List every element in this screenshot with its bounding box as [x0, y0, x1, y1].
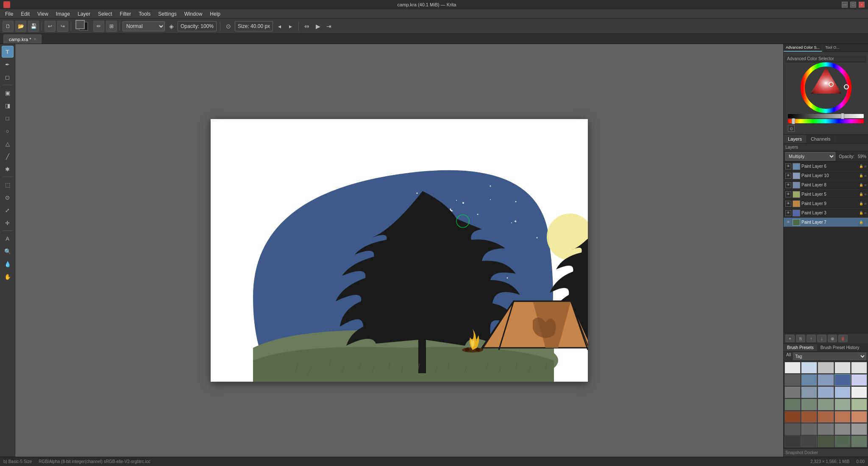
menu-layer[interactable]: Layer: [74, 10, 94, 18]
minimize-button[interactable]: —: [842, 2, 848, 8]
layer-visibility-toggle-3[interactable]: 👁: [785, 210, 791, 216]
play-btn[interactable]: ▶: [313, 22, 323, 31]
path-tool[interactable]: ✱: [2, 163, 14, 175]
tab-close-icon[interactable]: ×: [34, 37, 36, 42]
brush-item-19[interactable]: [835, 399, 851, 411]
brush-item-12[interactable]: [801, 386, 817, 398]
color-wheel[interactable]: [801, 62, 851, 113]
add-layer-button[interactable]: +: [785, 335, 795, 342]
brush-item-21[interactable]: [785, 411, 801, 423]
mirror-h-icon[interactable]: ⇔: [302, 22, 312, 31]
delete-layer-button[interactable]: 🗑: [838, 335, 848, 342]
size-value[interactable]: Size: 40.00 px: [235, 21, 273, 31]
brush-item-28[interactable]: [818, 423, 834, 435]
hand-tool[interactable]: ✋: [2, 271, 14, 283]
blend-mode-select[interactable]: Normal: [122, 21, 165, 31]
close-button[interactable]: ×: [859, 2, 865, 8]
grid-toggle[interactable]: ⊞: [106, 21, 117, 32]
layer-blend-mode-select[interactable]: Multiply: [785, 152, 835, 161]
menu-help[interactable]: Help: [206, 10, 224, 18]
brush-item-15[interactable]: [851, 386, 867, 398]
layer-visibility-toggle-7[interactable]: 👁: [785, 219, 791, 225]
transform-tool[interactable]: ⤢: [2, 204, 14, 216]
gradient-tool[interactable]: ◨: [2, 100, 14, 111]
eraser-tool[interactable]: ◻: [2, 71, 14, 83]
save-button[interactable]: 💾: [28, 21, 39, 32]
menu-edit[interactable]: Edit: [17, 10, 33, 18]
brush-item-26[interactable]: [785, 423, 801, 435]
maximize-button[interactable]: □: [850, 2, 856, 8]
value-slider-handle[interactable]: [841, 113, 844, 119]
brush-tag-select[interactable]: Tag: [793, 352, 866, 360]
brush-item-33[interactable]: [818, 435, 834, 447]
brush-item-23[interactable]: [818, 411, 834, 423]
brush-item-8[interactable]: [818, 374, 834, 386]
menu-settings[interactable]: Settings: [155, 10, 180, 18]
another-btn[interactable]: ⇥: [324, 22, 334, 31]
brush-item-6[interactable]: [785, 374, 801, 386]
brush-item-22[interactable]: [801, 411, 817, 423]
select-lasso-tool[interactable]: ⊙: [2, 191, 14, 203]
layer-row-paint9[interactable]: 👁 Paint Layer 9 🔒 α: [784, 199, 868, 208]
brush-item-7[interactable]: [801, 374, 817, 386]
ellipse-tool[interactable]: ○: [2, 125, 14, 137]
menu-file[interactable]: File: [2, 10, 17, 18]
layer-visibility-toggle-5[interactable]: 👁: [785, 191, 791, 197]
undo-button[interactable]: ↩: [45, 21, 56, 32]
menu-view[interactable]: View: [34, 10, 52, 18]
zoom-tool[interactable]: 🔍: [2, 245, 14, 257]
brush-item-1[interactable]: [785, 362, 801, 374]
layer-visibility-toggle-10[interactable]: 👁: [785, 173, 791, 179]
brush-item-20[interactable]: [851, 399, 867, 411]
brush-item-14[interactable]: [835, 386, 851, 398]
size-adjust-right[interactable]: ▸: [286, 22, 295, 31]
menu-filter[interactable]: Filter: [117, 10, 135, 18]
brush-item-18[interactable]: [818, 399, 834, 411]
brush-history-tab[interactable]: Brush Preset History: [817, 344, 863, 351]
merge-down-button[interactable]: ⊕: [828, 335, 837, 342]
open-button[interactable]: 📂: [15, 21, 26, 32]
brush-item-24[interactable]: [835, 411, 851, 423]
brush-item-3[interactable]: [818, 362, 834, 374]
duplicate-layer-button[interactable]: ⎘: [796, 335, 805, 342]
brush-presets-tab[interactable]: Brush Presets: [784, 344, 817, 351]
brush-item-25[interactable]: [851, 411, 867, 423]
tool-options-tab[interactable]: Tool O...: [823, 44, 842, 52]
brush-item-4[interactable]: [835, 362, 851, 374]
layer-visibility-toggle-6[interactable]: 👁: [785, 164, 791, 169]
layer-row-paint7[interactable]: 👁 Paint Layer 7 🔒 α: [784, 218, 868, 227]
brush-item-10[interactable]: [851, 374, 867, 386]
brush-item-32[interactable]: [801, 435, 817, 447]
layer-row-paint8[interactable]: 👁 Paint Layer 8 🔒 α: [784, 180, 868, 190]
menu-image[interactable]: Image: [53, 10, 73, 18]
layer-row-paint6[interactable]: 👁 Paint Layer 6 🔒 α: [784, 162, 868, 171]
foreground-color-swatch[interactable]: [75, 20, 85, 29]
line-tool[interactable]: ╱: [2, 150, 14, 162]
color-magnifier-icon[interactable]: ⊙: [788, 125, 795, 132]
paint-brush-tool[interactable]: T: [2, 46, 14, 58]
menu-window[interactable]: Window: [181, 10, 206, 18]
layer-visibility-toggle-8[interactable]: 👁: [785, 182, 791, 188]
brush-item-31[interactable]: [785, 435, 801, 447]
move-down-button[interactable]: ↓: [817, 335, 826, 342]
layer-row-paint3[interactable]: 👁 Paint Layer 3 🔒 α: [784, 208, 868, 218]
canvas-area[interactable]: ✦ ✦ ✦ ✦ ✦: [15, 44, 783, 457]
layer-visibility-toggle-9[interactable]: 👁: [785, 201, 791, 207]
channels-tab[interactable]: Channels: [807, 135, 835, 143]
size-adjust-left[interactable]: ◂: [275, 22, 284, 31]
opacity-value[interactable]: Opacity: 100%: [178, 21, 217, 31]
redo-button[interactable]: ↪: [57, 21, 68, 32]
hue-slider-handle[interactable]: [792, 118, 795, 124]
select-rect-tool[interactable]: ⬚: [2, 179, 14, 191]
advanced-color-tab[interactable]: Advanced Color S...: [784, 44, 822, 52]
move-tool[interactable]: ✛: [2, 217, 14, 229]
calligraphy-tool[interactable]: ✒: [2, 58, 14, 70]
brush-item-9[interactable]: [835, 374, 851, 386]
brush-item-29[interactable]: [835, 423, 851, 435]
move-up-button[interactable]: ↑: [807, 335, 816, 342]
canvas-tab[interactable]: camp.kra * ×: [3, 34, 42, 44]
text-tool[interactable]: A: [2, 233, 14, 244]
brush-item-11[interactable]: [785, 386, 801, 398]
rectangle-tool[interactable]: □: [2, 112, 14, 124]
eyedropper-tool[interactable]: 💧: [2, 258, 14, 270]
